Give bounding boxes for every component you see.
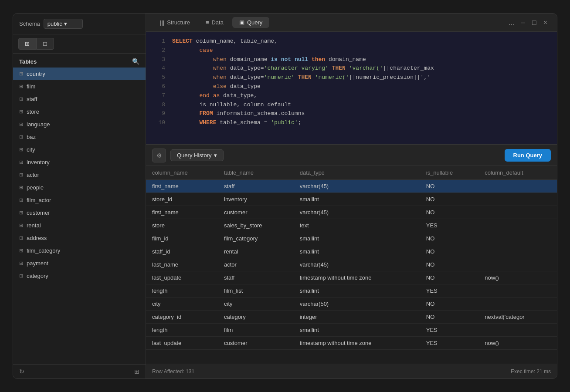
code-text: else data_type [172,82,261,91]
table-cell-data_type: integer [294,311,420,324]
table-item-language[interactable]: ⊞ language [13,118,146,131]
table-cell-table_name: inventory [218,193,294,206]
line-number: 5 [153,73,165,82]
table-row[interactable]: storesales_by_storetextYES [146,219,557,232]
results-area[interactable]: column_name table_name data_type is_null… [146,166,557,364]
more-options-button[interactable]: ... [506,18,517,27]
table-header-row: column_name table_name data_type is_null… [146,166,557,180]
code-line-2: 2 case [146,46,557,55]
table-cell-column_default: now() [478,337,557,350]
table-row[interactable]: film_idfilm_categorysmallintNO [146,232,557,245]
table-item-label: inventory [27,159,50,166]
table-row-icon: ⊞ [19,248,23,253]
table-item-film-actor[interactable]: ⊞ film_actor [13,194,146,206]
table-cell-column_name: store_id [146,193,218,206]
table-item-category[interactable]: ⊞ category [13,270,146,282]
line-number: 7 [153,91,165,101]
table-cell-column_name: store [146,219,218,232]
minimize-button[interactable]: – [519,18,528,27]
col-header-data-type[interactable]: data_type [294,166,420,180]
table-item-inventory[interactable]: ⊞ inventory [13,156,146,169]
code-line-10: 10 WHERE table_schema = 'public'; [146,118,557,128]
tab-query[interactable]: ▣ Query [232,17,269,28]
table-row-icon: ⊞ [19,235,23,241]
table-view-btn[interactable]: ⊞ [18,38,36,50]
table-cell-data_type: smallint [294,193,420,206]
table-row[interactable]: first_namecustomervarchar(45)NO [146,206,557,219]
table-row[interactable]: lengthfilm_listsmallintYES [146,284,557,297]
tab-query-label: Query [247,19,262,26]
tab-structure-label: Structure [167,19,190,26]
table-item-actor[interactable]: ⊞ actor [13,169,146,181]
settings-button[interactable]: ⚙ [152,149,166,162]
code-line-5: 5 when data_type='numeric' THEN 'numeric… [146,73,557,82]
table-item-payment[interactable]: ⊞ payment [13,257,146,270]
table-row[interactable]: lengthfilmsmallintYES [146,324,557,337]
table-cell-is_nullable: YES [420,219,479,232]
table-row[interactable]: staff_idrentalsmallintNO [146,245,557,258]
schema-label: Schema [19,20,40,27]
table-cell-is_nullable: NO [420,271,479,284]
table-item-customer[interactable]: ⊞ customer [13,206,146,219]
table-cell-column_name: first_name [146,206,218,219]
table-item-address[interactable]: ⊞ address [13,232,146,244]
line-number: 9 [153,109,165,118]
table-item-people[interactable]: ⊞ people [13,181,146,194]
code-line-6: 6 else data_type [146,82,557,91]
table-item-label: film_actor [27,197,51,203]
close-button[interactable]: × [541,18,550,27]
tab-structure[interactable]: ||| Structure [153,17,197,28]
refresh-button[interactable]: ↻ [19,368,24,375]
table-cell-column_name: last_update [146,271,218,284]
run-query-button[interactable]: Run Query [505,149,551,162]
table-row[interactable]: last_updatecustomertimestamp without tim… [146,337,557,350]
search-button[interactable]: 🔍 [132,58,139,65]
col-header-column-default[interactable]: column_default [478,166,557,180]
dropdown-arrow-icon: ▾ [214,152,217,159]
export-button[interactable]: ⊞ [134,368,139,375]
col-header-table-name[interactable]: table_name [218,166,294,180]
table-item-city[interactable]: ⊞ city [13,143,146,156]
table-row[interactable]: last_updatestafftimestamp without time z… [146,271,557,284]
table-item-label: rental [27,222,41,229]
grid-view-btn[interactable]: ⊡ [36,38,54,50]
table-row-icon: ⊞ [19,172,23,178]
table-item-country[interactable]: ⊞ country [13,68,146,80]
table-item-film[interactable]: ⊞ film [13,80,146,93]
schema-select[interactable]: public ▾ [44,19,83,29]
table-row-icon: ⊞ [19,71,23,77]
table-item-label: film_category [27,247,60,254]
table-row[interactable]: last_nameactorvarchar(45)NO [146,258,557,271]
table-item-baz[interactable]: ⊞ baz [13,131,146,143]
code-line-1: 1 SELECT column_name, table_name, [146,37,557,46]
table-row[interactable]: first_namestaffvarchar(45)NO [146,180,557,193]
table-cell-column_default: nextval('categor [478,311,557,324]
tab-data-label: Data [211,19,223,26]
table-cell-is_nullable: NO [420,258,479,271]
table-cell-table_name: sales_by_store [218,219,294,232]
code-text: case [172,46,213,55]
table-cell-data_type: smallint [294,245,420,258]
table-cell-data_type: smallint [294,284,420,297]
table-cell-is_nullable: YES [420,284,479,297]
table-cell-column_default [478,232,557,245]
query-history-button[interactable]: Query History ▾ [170,149,224,161]
table-cell-table_name: film_category [218,232,294,245]
col-header-column-name[interactable]: column_name [146,166,218,180]
rows-affected: Row Affected: 131 [152,368,194,375]
table-item-staff[interactable]: ⊞ staff [13,93,146,105]
table-item-rental[interactable]: ⊞ rental [13,219,146,232]
table-row[interactable]: store_idinventorysmallintNO [146,193,557,206]
table-row[interactable]: citycityvarchar(50)NO [146,297,557,311]
table-item-store[interactable]: ⊞ store [13,105,146,118]
table-row[interactable]: category_idcategoryintegerNOnextval('cat… [146,311,557,324]
tab-data[interactable]: ≡ Data [199,17,231,28]
col-header-is-nullable[interactable]: is_nullable [420,166,479,180]
code-editor[interactable]: 1 SELECT column_name, table_name, 2 case… [146,32,557,145]
grid-icon: ⊡ [43,41,48,47]
maximize-button[interactable]: □ [529,18,539,27]
table-row-icon: ⊞ [19,273,23,279]
table-cell-is_nullable: YES [420,324,479,337]
table-item-film-category[interactable]: ⊞ film_category [13,244,146,257]
table-cell-table_name: city [218,297,294,311]
